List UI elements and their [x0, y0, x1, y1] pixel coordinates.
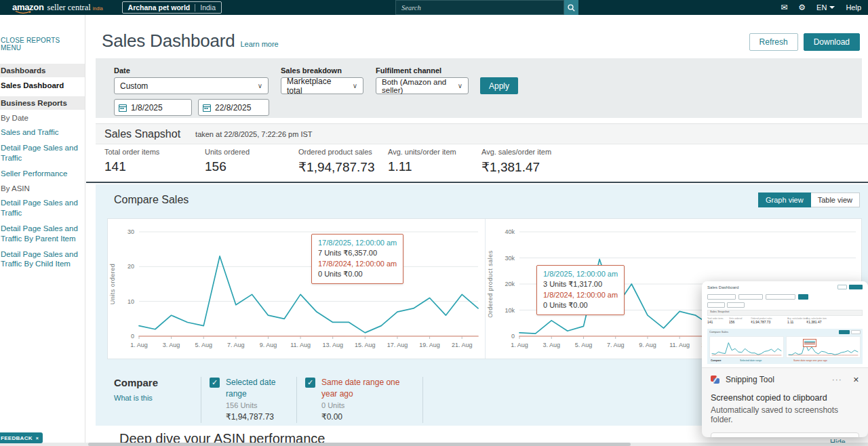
notification-submessage: Automatically saved to screenshots folde…	[711, 405, 859, 424]
date-range-value: Custom	[120, 81, 148, 91]
legend-item-selected-range: ✓ Selected date range 156 Units ₹1,94,78…	[201, 377, 296, 423]
screenshot-thumbnail[interactable]: Sales Dashboard Sales Snapshot Total ord…	[702, 281, 868, 368]
language-label: EN	[816, 3, 827, 12]
svg-text:9. Aug: 9. Aug	[260, 342, 277, 348]
what-is-this-link[interactable]: What is this	[114, 394, 201, 402]
settings-gear-icon[interactable]: ⚙	[798, 3, 806, 12]
amazon-seller-central-logo[interactable]: amazon seller central india	[12, 2, 103, 13]
svg-text:11. Aug: 11. Aug	[290, 342, 311, 348]
calendar-icon	[115, 100, 131, 115]
store-name: Archana pet world	[128, 3, 191, 12]
svg-text:30: 30	[127, 228, 134, 235]
chevron-down-icon	[829, 6, 835, 9]
svg-text:9. Aug: 9. Aug	[639, 342, 656, 348]
snapshot-metrics-row: Total order items141Units ordered156Orde…	[104, 148, 576, 175]
svg-text:5. Aug: 5. Aug	[195, 342, 212, 348]
search-bar	[395, 0, 578, 15]
chevron-down-icon: ∨	[353, 82, 357, 89]
tooltip-current-date: 17/8/2025, 12:00:00 am	[318, 238, 397, 248]
sales-breakdown-label: Sales breakdown	[281, 66, 342, 75]
thumbnail-metrics: Total order items141 Units ordered156 Or…	[707, 317, 863, 327]
snipping-tool-notification: Sales Dashboard Sales Snapshot Total ord…	[702, 281, 868, 437]
fulfilment-channel-label: Fulfilment channel	[376, 66, 441, 75]
sidebar-item[interactable]: Detail Page Sales and Traffic By Parent …	[0, 220, 85, 245]
sidebar-item[interactable]: Seller Performance	[0, 165, 85, 180]
chart-tooltip: 1/8/2025, 12:00:00 am 3 Units ₹1,317.00 …	[536, 265, 625, 315]
tooltip-current-date: 1/8/2025, 12:00:00 am	[543, 269, 618, 279]
notification-body: Snipping Tool ··· ✕ Screenshot copied to…	[702, 368, 868, 437]
date-from-input[interactable]: 1/8/2025	[114, 99, 192, 116]
svg-text:10: 10	[127, 298, 134, 305]
sales-breakdown-dropdown[interactable]: Marketplace total ∨	[281, 77, 363, 94]
svg-text:10k: 10k	[505, 307, 515, 314]
close-icon[interactable]: ✕	[853, 376, 859, 384]
svg-text:1. Aug: 1. Aug	[130, 342, 148, 348]
feedback-button[interactable]: FEEDBACK ×	[0, 432, 43, 443]
sidebar-item[interactable]: Detail Page Sales and Traffic	[0, 194, 85, 220]
view-toggle: Graph view Table view	[758, 192, 860, 207]
snipping-tool-icon	[711, 375, 720, 384]
more-options-icon[interactable]: ···	[832, 375, 842, 384]
thumbnail-page-title: Sales Dashboard	[707, 285, 738, 289]
svg-text:0: 0	[511, 333, 515, 340]
markup-and-share-button[interactable]: Markup and share	[711, 432, 859, 437]
units-ordered-chart[interactable]: 01020301. Aug3. Aug5. Aug7. Aug9. Aug11.…	[108, 219, 485, 359]
sidebar-item: By ASIN	[0, 180, 85, 194]
learn-more-link[interactable]: Learn more	[240, 40, 278, 48]
year-ago-checkbox[interactable]: ✓	[305, 378, 315, 388]
download-button[interactable]: Download	[804, 33, 860, 51]
sidebar-item[interactable]: Detail Page Sales and Traffic By Child I…	[0, 245, 85, 271]
chevron-down-icon: ∨	[258, 82, 262, 89]
selected-range-checkbox[interactable]: ✓	[210, 378, 220, 388]
search-icon	[568, 4, 575, 12]
tooltip-current-value: 3 Units ₹1,317.00	[543, 279, 618, 289]
sidebar-item: By Date	[0, 110, 85, 123]
date-range-dropdown[interactable]: Custom ∨	[114, 77, 269, 94]
legend-series-units: 0 Units	[321, 401, 410, 411]
fulfilment-channel-dropdown[interactable]: Both (Amazon and seller) ∨	[376, 77, 469, 94]
thumbnail-download-button	[849, 285, 863, 289]
scrollbar-thumb[interactable]	[88, 443, 631, 446]
messages-icon[interactable]: ✉	[781, 3, 787, 12]
svg-text:0: 0	[131, 333, 134, 340]
svg-text:1. Aug: 1. Aug	[511, 342, 528, 348]
date-to-value: 22/8/2025	[215, 103, 251, 113]
feedback-label: FEEDBACK	[1, 435, 33, 441]
thumbnail-refresh-button	[837, 285, 847, 289]
sidebar-item[interactable]: Detail Page Sales and Traffic	[0, 139, 85, 165]
search-button[interactable]	[564, 0, 578, 15]
date-from-value: 1/8/2025	[131, 103, 163, 113]
search-input[interactable]	[395, 0, 564, 15]
sidebar-item: Business Reports	[0, 96, 85, 110]
tooltip-prior-date: 1/8/2024, 12:00:00 am	[543, 290, 618, 300]
calendar-icon	[199, 100, 215, 115]
graph-view-button[interactable]: Graph view	[758, 192, 811, 207]
notification-app-name: Snipping Tool	[726, 375, 832, 384]
compare-sales-title: Compare Sales	[114, 194, 189, 206]
refresh-button[interactable]: Refresh	[749, 33, 798, 51]
sidebar-item: Dashboards	[0, 64, 85, 77]
tooltip-current-value: 7 Units ₹6,357.00	[318, 248, 397, 258]
date-to-input[interactable]: 22/8/2025	[198, 99, 269, 116]
thumbnail-tooltip	[803, 339, 816, 347]
legend-series-amount: ₹1,94,787.73	[226, 411, 288, 423]
sales-breakdown-value: Marketplace total	[287, 77, 349, 96]
apply-button[interactable]: Apply	[480, 77, 518, 94]
svg-text:3. Aug: 3. Aug	[163, 342, 180, 348]
fulfilment-channel-value: Both (Amazon and seller)	[382, 78, 454, 94]
sidebar-item[interactable]: Sales and Traffic	[0, 123, 85, 139]
close-reports-menu-link[interactable]: CLOSE REPORTS MENU	[0, 15, 85, 58]
table-view-button[interactable]: Table view	[811, 192, 860, 207]
sidebar-item[interactable]: Sales Dashboard	[0, 77, 85, 91]
tooltip-prior-date: 17/8/2024, 12:00:00 am	[318, 259, 397, 269]
store-selector[interactable]: Archana pet world India	[122, 1, 222, 14]
help-link[interactable]: Help	[846, 3, 861, 12]
seller-central-logo-text: seller central	[47, 3, 91, 13]
chevron-down-icon: ∨	[458, 82, 462, 89]
horizontal-scrollbar[interactable]	[0, 443, 868, 446]
close-icon[interactable]: ×	[36, 436, 39, 441]
svg-text:7. Aug: 7. Aug	[607, 342, 625, 348]
language-selector[interactable]: EN	[816, 3, 835, 12]
chart-tooltip: 17/8/2025, 12:00:00 am 7 Units ₹6,357.00…	[311, 234, 403, 284]
thumbnail-snapshot-strip: Sales Snapshot	[707, 310, 863, 316]
